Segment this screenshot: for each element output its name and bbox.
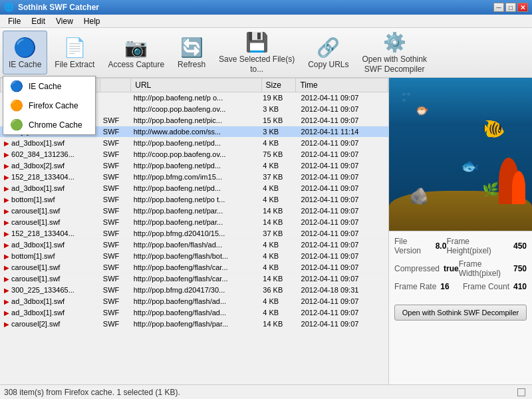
file-info-panel: File Version 8.0 Frame Height(pixel) 450…	[389, 231, 532, 301]
minimize-button[interactable]: ─	[493, 3, 504, 12]
cell-type: SWF	[99, 239, 130, 251]
frame-width-label: Frame Width(pixel)	[459, 259, 509, 278]
table-row[interactable]: ▶ ad_3dbox[1].swf SWF http://pop.baofeng…	[0, 296, 388, 307]
fish-decoration-1: 🐠	[482, 118, 505, 140]
col-header-size[interactable]: Size	[261, 78, 296, 92]
save-button[interactable]: 💾 Save Selected File(s)to...	[213, 31, 301, 74]
file-extract-label: File Extract	[55, 60, 94, 69]
table-row[interactable]: ▶ ad_3dbox[1].swf SWF http://pop.baofen/…	[0, 239, 388, 251]
cell-time: 2012-04-11 09:07	[297, 104, 388, 115]
cell-time: 2012-04-11 09:07	[297, 228, 388, 239]
frame-rate-label: Frame Rate	[394, 282, 436, 291]
access-capture-label: Access Capture	[108, 60, 164, 69]
frame-count-label: Frame Count	[463, 282, 509, 291]
cell-time: 2012-04-11 09:07	[297, 194, 388, 205]
cell-type: SWF	[99, 183, 130, 194]
table-row[interactable]: ▶ 152_218_133404... SWF http://pop.bfmg.…	[0, 172, 388, 183]
cell-size: 14 KB	[259, 217, 297, 228]
cell-time: 2012-04-11 09:07	[297, 172, 388, 183]
cell-size: 4 KB	[259, 160, 297, 172]
table-row[interactable]: ▶ carousel[1].swf SWF http://pop.baofeng…	[0, 217, 388, 228]
swf-icon: ▶	[4, 264, 9, 271]
table-row[interactable]: ▶ ad_3dbox[1].swf SWF http://pop.baofeng…	[0, 183, 388, 194]
ie-cache-dropdown[interactable]: 🔵 IE Cache 🔵 IE Cache 🟠 Firefox Cache 🟢 …	[3, 31, 47, 74]
cell-url: http://pop.bfmg.d20417/30...	[130, 285, 259, 296]
cell-name: ▶ carousel[1].swf	[0, 205, 99, 217]
cell-size: 4 KB	[259, 239, 297, 251]
cell-name: ▶ 602_384_131236...	[0, 149, 99, 160]
cell-time: 2012-04-11 09:07	[297, 160, 388, 172]
cell-size: 4 KB	[259, 296, 297, 307]
cell-type: SWF	[99, 126, 130, 138]
menu-help[interactable]: Help	[78, 15, 106, 27]
table-row[interactable]: ▶ ad_3dbox[1].swf SWF http://pop.baofeng…	[0, 307, 388, 319]
height-pair: Frame Height(pixel) 450	[446, 237, 527, 255]
table-row[interactable]: ▶ carousel[1].swf SWF http://pop.baofeng…	[0, 262, 388, 273]
table-row[interactable]: ▶ 602_384_131236... SWF http://coop.pop.…	[0, 149, 388, 160]
file-version-label: File Version	[394, 237, 432, 255]
file-extract-button[interactable]: 📄 File Extract	[49, 31, 100, 74]
cell-url: http://pop.baofeng/flash/ad...	[130, 307, 259, 319]
cell-url: http://coop.pop.baofeng.ov...	[130, 104, 259, 115]
cell-name: ▶ ad_3dbox[2].swf	[0, 160, 99, 172]
frame-height-label: Frame Height(pixel)	[446, 237, 509, 255]
table-row[interactable]: ▶ carousel[2].swf SWF http://pop.baofeng…	[0, 319, 388, 330]
access-capture-button[interactable]: 📷 Access Capture	[102, 31, 170, 74]
cache-dropdown-menu: 🔵 IE Cache 🟠 Firefox Cache 🟢 Chrome Cach…	[3, 76, 96, 135]
title-bar: 🌐 Sothink SWF Catcher ─ □ ✕	[0, 0, 532, 15]
ie-cache-label: IE Cache	[9, 60, 41, 69]
cell-size: 37 KB	[259, 228, 297, 239]
frame-height-value: 450	[513, 241, 527, 251]
ie-cache-button[interactable]: 🔵 IE Cache	[3, 31, 47, 74]
cell-name: ▶ 152_218_133404...	[0, 228, 99, 239]
cell-name: ▶ bottom[1].swf	[0, 194, 99, 205]
chrome-cache-option[interactable]: 🟢 Chrome Cache	[3, 115, 95, 134]
extract-icon: 📄	[63, 37, 86, 59]
status-text: 308 item(s) from Firefox cache. 1 select…	[4, 388, 180, 397]
menu-file[interactable]: File	[3, 15, 26, 27]
col-header-type[interactable]	[100, 78, 131, 92]
app-title: Sothink SWF Catcher	[18, 3, 99, 12]
swf-icon: ▶	[4, 309, 9, 317]
copy-urls-button[interactable]: 🔗 Copy URLs	[302, 31, 354, 74]
swf-icon: ▶	[4, 241, 9, 249]
table-row[interactable]: ▶ bottom[1].swf SWF http://pop.baofeng/f…	[0, 251, 388, 262]
width-pair: Frame Width(pixel) 750	[459, 259, 527, 278]
table-row[interactable]: ▶ 152_218_133404... SWF http://pop.bfmg.…	[0, 228, 388, 239]
firefox-cache-option[interactable]: 🟠 Firefox Cache	[3, 96, 95, 115]
cell-time: 2012-04-11 09:07	[297, 115, 388, 126]
cell-type: SWF	[99, 217, 130, 228]
table-row[interactable]: ▶ carousel[1].swf SWF http://pop.baofeng…	[0, 205, 388, 217]
open-decompiler-panel-button[interactable]: Open with Sothink SWF Decompiler	[394, 305, 527, 321]
menu-edit[interactable]: Edit	[26, 15, 51, 27]
cell-url: http://pop.baofeng.net/par...	[130, 217, 259, 228]
refresh-button[interactable]: 🔄 Refresh	[172, 31, 211, 74]
swf-icon: ▶	[4, 287, 9, 294]
close-button[interactable]: ✕	[517, 3, 528, 12]
cell-time: 2012-04-11 09:07	[297, 251, 388, 262]
bubbles-decoration: ○ ○○	[402, 91, 410, 103]
col-header-time[interactable]: Time	[296, 78, 388, 92]
cell-size: 3 KB	[259, 126, 297, 138]
cell-url: http://pop.bfmg.com/im15...	[130, 172, 259, 183]
cell-url: http://pop.baofeng.net/pd...	[130, 138, 259, 149]
cell-size: 14 KB	[259, 273, 297, 285]
refresh-icon: 🔄	[180, 37, 203, 59]
cell-name: ▶ 152_218_133404...	[0, 172, 99, 183]
col-header-url[interactable]: URL	[131, 78, 261, 92]
table-row[interactable]: ▶ ad_3dbox[2].swf SWF http://pop.baofeng…	[0, 160, 388, 172]
cell-time: 2012-04-11 09:07	[297, 92, 388, 104]
cell-time: 2012-04-11 09:07	[297, 183, 388, 194]
menu-view[interactable]: View	[51, 15, 78, 27]
cell-size: 14 KB	[259, 205, 297, 217]
table-row[interactable]: ▶ ad_3dbox[1].swf SWF http://pop.baofeng…	[0, 138, 388, 149]
table-scroll[interactable]: http://pop.baofeng.net/p o... 19 KB 2012…	[0, 92, 388, 384]
open-decompiler-button[interactable]: ⚙️ Open with SothinkSWF Decompiler	[356, 31, 433, 74]
cell-url: http://pop.baofeng/flash/car...	[130, 273, 259, 285]
table-row[interactable]: ▶ bottom[1].swf SWF http://pop.baofeng.n…	[0, 194, 388, 205]
table-row[interactable]: ▶ carousel[1].swf SWF http://pop.baofeng…	[0, 273, 388, 285]
table-row[interactable]: ▶ 300_225_133465... SWF http://pop.bfmg.…	[0, 285, 388, 296]
ie-cache-option[interactable]: 🔵 IE Cache	[3, 76, 95, 96]
swf-icon: ▶	[4, 275, 9, 283]
maximize-button[interactable]: □	[505, 3, 516, 12]
